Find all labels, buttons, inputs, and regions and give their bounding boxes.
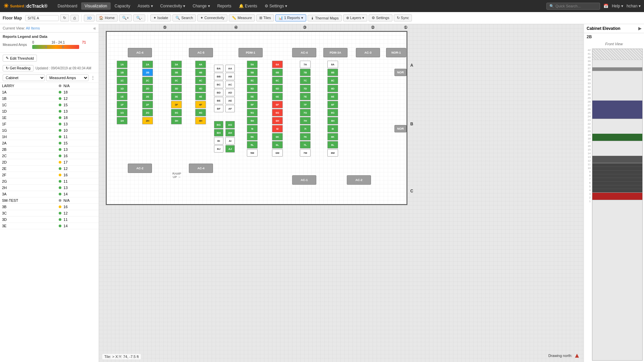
nav-settings[interactable]: ⚙ Settings ▾ bbox=[261, 2, 290, 10]
cab-8g[interactable]: 8G bbox=[327, 109, 338, 116]
cab-1a[interactable]: 1A bbox=[117, 61, 127, 68]
cab-8d[interactable]: 8D bbox=[327, 85, 338, 92]
nav-dashboard[interactable]: Dashboard bbox=[54, 2, 81, 10]
table-row[interactable]: 2F 16 bbox=[0, 172, 99, 178]
cab-7c[interactable]: 7C bbox=[300, 77, 311, 84]
cab-bh[interactable]: BH bbox=[214, 129, 223, 136]
cab-7l[interactable]: 7L bbox=[300, 141, 311, 148]
sync-button[interactable]: ↻ Sync bbox=[394, 14, 412, 21]
cab-7i[interactable]: 7I bbox=[300, 125, 311, 132]
cab-2h[interactable]: 2H bbox=[142, 117, 153, 124]
table-row[interactable]: 2D 17 bbox=[0, 159, 99, 166]
cab-6c[interactable]: 6C bbox=[272, 77, 283, 84]
cab-4c[interactable]: 4C bbox=[195, 77, 206, 84]
cab-8k[interactable]: 8K bbox=[327, 133, 338, 140]
cab-1g[interactable]: 1G bbox=[117, 109, 127, 116]
table-row[interactable]: 1A 18 bbox=[0, 89, 99, 96]
cab-5i[interactable]: 5I bbox=[247, 125, 258, 132]
search-button[interactable]: 🔍 Search bbox=[172, 14, 196, 21]
cab-5f[interactable]: 5F bbox=[247, 101, 258, 108]
cab-7e[interactable]: 7E bbox=[300, 93, 311, 100]
cab-3a[interactable]: 3A bbox=[171, 61, 182, 68]
floor-map-area[interactable]: ⑤ ④ ③ ② ① A B C AC-4 AC-5 PDM-1 AC-4 PDM… bbox=[99, 24, 584, 362]
table-row[interactable]: 2H 13 bbox=[0, 185, 99, 191]
cab-1h[interactable]: 1H bbox=[117, 117, 127, 124]
cab-7k[interactable]: 7K bbox=[300, 133, 311, 140]
site-select[interactable]: SITE A bbox=[25, 15, 59, 21]
cab-be[interactable]: BE bbox=[214, 97, 223, 104]
cab-ad[interactable]: AD bbox=[225, 89, 235, 96]
cab-2a[interactable]: 2A bbox=[142, 61, 153, 68]
layers-button[interactable]: ⊕ Layers ▾ bbox=[343, 14, 367, 21]
cab-8i[interactable]: 8I bbox=[327, 125, 338, 132]
reports-button[interactable]: 📊 1 Reports ▾ bbox=[275, 14, 306, 21]
refresh-button[interactable]: ↻ bbox=[60, 14, 69, 21]
cab-3d[interactable]: 3D bbox=[171, 85, 182, 92]
table-row[interactable]: LARRY N/A bbox=[0, 83, 99, 89]
cab-4a[interactable]: 4A bbox=[195, 61, 206, 68]
cab-ba[interactable]: BA bbox=[214, 65, 223, 72]
nav-capacity[interactable]: Capacity bbox=[111, 2, 134, 10]
cab-ae[interactable]: AE bbox=[225, 97, 235, 104]
cab-3e[interactable]: 3E bbox=[171, 93, 182, 100]
user-menu[interactable]: hchan ▾ bbox=[627, 4, 641, 8]
cab-6g[interactable]: 6G bbox=[272, 109, 283, 116]
nav-reports[interactable]: Reports bbox=[214, 2, 235, 10]
cab-2d[interactable]: 2D bbox=[142, 85, 153, 92]
cab-7h[interactable]: 7H bbox=[300, 117, 311, 124]
cab-2e[interactable]: 2E bbox=[142, 93, 153, 100]
cab-4h[interactable]: 4H bbox=[195, 117, 206, 124]
table-row[interactable]: 2B 13 bbox=[0, 146, 99, 153]
cab-bi[interactable]: BI bbox=[214, 137, 223, 144]
cab-3f[interactable]: 3F bbox=[171, 101, 182, 108]
table-row[interactable]: 2G 11 bbox=[0, 178, 99, 185]
cab-3c[interactable]: 3C bbox=[171, 77, 182, 84]
table-row[interactable]: 3B 16 bbox=[0, 204, 99, 210]
cab-5h[interactable]: 5H bbox=[247, 117, 258, 124]
cab-5d[interactable]: 5D bbox=[247, 85, 258, 92]
print-button[interactable]: ⎙ bbox=[70, 15, 79, 21]
cab-5m[interactable]: 5M bbox=[247, 149, 258, 157]
cab-5a[interactable]: 5A bbox=[247, 61, 258, 68]
tiles-button[interactable]: ⊞ Tiles bbox=[256, 14, 274, 21]
home-button[interactable]: 🏠 Home bbox=[96, 14, 117, 21]
cab-bj[interactable]: BJ bbox=[214, 145, 223, 153]
nav-events[interactable]: 🔔 Events bbox=[235, 2, 261, 10]
filter-options-icon[interactable]: ⋮ bbox=[90, 75, 96, 80]
table-row[interactable]: 3E 14 bbox=[0, 223, 99, 229]
cab-6k[interactable]: 6K bbox=[272, 133, 283, 140]
cab-4d[interactable]: 4D bbox=[195, 85, 206, 92]
cab-bf[interactable]: BF bbox=[214, 105, 223, 112]
collapse-button[interactable]: « bbox=[93, 25, 96, 31]
cab-8m[interactable]: 8M bbox=[327, 149, 338, 157]
cab-8l[interactable]: 8L bbox=[327, 141, 338, 148]
cab-bd[interactable]: BD bbox=[214, 89, 223, 96]
current-view-value[interactable]: All Items bbox=[26, 26, 40, 30]
cab-5b[interactable]: 5B bbox=[247, 69, 258, 76]
cab-6l[interactable]: 6L bbox=[272, 141, 283, 148]
cab-7m[interactable]: 7M bbox=[300, 149, 311, 157]
table-row[interactable]: 3C 12 bbox=[0, 210, 99, 217]
cab-8f[interactable]: 8F bbox=[327, 101, 338, 108]
cab-ah[interactable]: AH bbox=[225, 129, 235, 136]
cab-8h[interactable]: 8H bbox=[327, 117, 338, 124]
table-row[interactable]: 1E 18 bbox=[0, 115, 99, 121]
table-row[interactable]: SM-TEST N/A bbox=[0, 197, 99, 204]
settings-button[interactable]: ⚙ Settings bbox=[369, 14, 392, 21]
zoom-out-button[interactable]: 🔍- bbox=[133, 14, 145, 21]
cab-7d[interactable]: 7D bbox=[300, 85, 311, 92]
thermal-maps-button[interactable]: 🌡 Thermal Maps bbox=[308, 15, 342, 21]
connectivity-button[interactable]: ✦ Connectivity bbox=[197, 14, 227, 21]
cab-5c[interactable]: 5C bbox=[247, 77, 258, 84]
cab-1e[interactable]: 1E bbox=[117, 93, 127, 100]
help-menu[interactable]: Help ▾ bbox=[612, 4, 623, 8]
quick-search-container[interactable]: 🔍 Quick Search... bbox=[546, 3, 600, 10]
cab-8c[interactable]: 8C bbox=[327, 77, 338, 84]
cab-8b[interactable]: 8B bbox=[327, 69, 338, 76]
table-row[interactable]: 1F 13 bbox=[0, 121, 99, 127]
cab-4g[interactable]: 4G bbox=[195, 109, 206, 116]
cab-ac-pos[interactable]: AC bbox=[225, 81, 235, 88]
filter-measured-select[interactable]: Measured Amps bbox=[46, 74, 89, 81]
cab-bb[interactable]: BB bbox=[214, 73, 223, 80]
isolate-button[interactable]: ✦ Isolate bbox=[150, 14, 171, 21]
